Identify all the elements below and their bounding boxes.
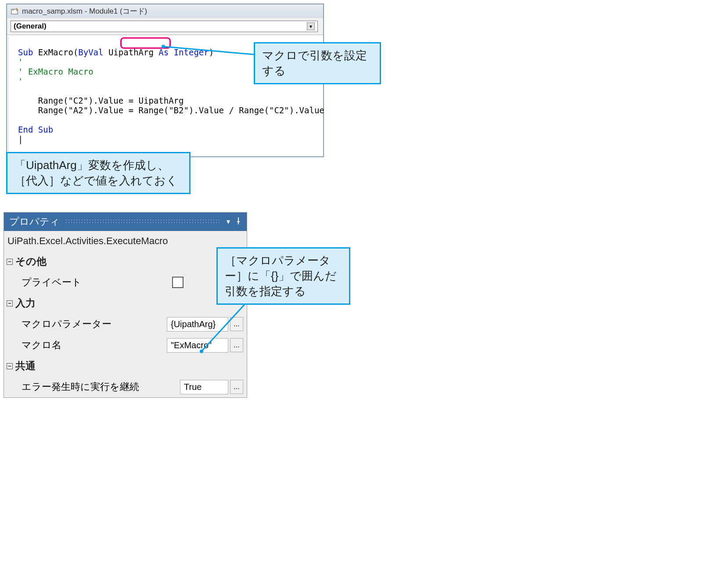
- row-macro-parameter: マクロパラメーター {UipathArg} ...: [4, 314, 247, 335]
- group-label: 共通: [15, 359, 36, 373]
- continue-on-error-input[interactable]: True: [180, 380, 228, 394]
- property-label: マクロパラメーター: [22, 317, 167, 331]
- expression-editor-button[interactable]: ...: [230, 338, 243, 352]
- vba-module-icon: [11, 7, 19, 15]
- row-continue-on-error: エラー発生時に実行を継続 True ...: [4, 376, 247, 397]
- argument-highlight: [120, 37, 171, 49]
- pin-icon[interactable]: [235, 217, 241, 226]
- collapse-toggle-icon[interactable]: −: [7, 259, 13, 265]
- activity-classpath: UiPath.Excel.Activities.ExecuteMacro: [4, 231, 247, 251]
- code-keyword-sub: Sub: [18, 47, 33, 57]
- code-comment-body: ExMacro Macro: [23, 67, 93, 76]
- code-keyword-endsub: End Sub: [18, 125, 53, 134]
- vba-dropdown-row: (General) ▼: [7, 18, 323, 35]
- code-close: ): [209, 47, 214, 57]
- properties-panel: プロパティ ▾ UiPath.Excel.Activities.ExecuteM…: [4, 212, 247, 398]
- vba-dropdown-value: (General): [14, 22, 47, 31]
- vba-object-dropdown[interactable]: (General) ▼: [11, 21, 318, 32]
- properties-title: プロパティ: [9, 215, 60, 228]
- svg-rect-0: [11, 9, 18, 14]
- group-common[interactable]: − 共通: [4, 356, 247, 376]
- callout-text: 「UipathArg」変数を作成し、［代入］などで値を入れておく: [14, 159, 178, 187]
- dropdown-arrow-icon[interactable]: ▼: [307, 22, 315, 30]
- row-macro-name: マクロ名 "ExMacro" ...: [4, 335, 247, 356]
- group-label: 入力: [15, 296, 36, 310]
- row-private: プライベート: [4, 272, 247, 293]
- collapse-toggle-icon[interactable]: −: [7, 363, 13, 369]
- code-comment-tick: ': [18, 76, 23, 86]
- callout-text: ［マクロパラメーター］に「{}」で囲んだ引数を指定する: [225, 254, 337, 298]
- code-comment-tick: ': [18, 57, 23, 67]
- collapse-icon[interactable]: ▾: [227, 217, 230, 226]
- vba-title-text: macro_samp.xlsm - Module1 (コード): [22, 6, 147, 16]
- code-funcname: ExMacro(: [33, 47, 78, 57]
- macro-parameter-input[interactable]: {UipathArg}: [167, 317, 228, 332]
- vba-titlebar: macro_samp.xlsm - Module1 (コード): [7, 4, 323, 18]
- macro-name-input[interactable]: "ExMacro": [167, 338, 228, 353]
- code-argname: UipathArg: [103, 47, 158, 57]
- code-comment-tick: ': [18, 67, 23, 76]
- group-input[interactable]: − 入力: [4, 293, 247, 314]
- expression-editor-button[interactable]: ...: [230, 317, 243, 331]
- header-grip: [65, 219, 221, 225]
- group-other[interactable]: − その他: [4, 251, 247, 272]
- property-label: マクロ名: [22, 339, 167, 352]
- callout-macro-argument: マクロで引数を設定する: [254, 42, 381, 84]
- expression-editor-button[interactable]: ...: [230, 380, 243, 394]
- group-label: その他: [15, 255, 47, 268]
- property-label: プライベート: [22, 276, 166, 289]
- callout-text: マクロで引数を設定する: [262, 49, 367, 77]
- code-keyword-as: As Integer: [158, 47, 209, 57]
- code-line-2: Range("A2").Value = Range("B2").Value / …: [18, 105, 324, 115]
- callout-macro-parameter-hint: ［マクロパラメーター］に「{}」で囲んだ引数を指定する: [216, 247, 350, 305]
- callout-create-variable: 「UipathArg」変数を作成し、［代入］などで値を入れておく: [6, 152, 191, 194]
- private-checkbox[interactable]: [172, 277, 184, 288]
- property-label: エラー発生時に実行を継続: [22, 380, 180, 393]
- collapse-toggle-icon[interactable]: −: [7, 300, 13, 307]
- code-keyword-byval: ByVal: [78, 47, 103, 57]
- properties-header: プロパティ ▾: [4, 213, 247, 231]
- code-line-1: Range("C2").Value = UipathArg: [18, 96, 184, 105]
